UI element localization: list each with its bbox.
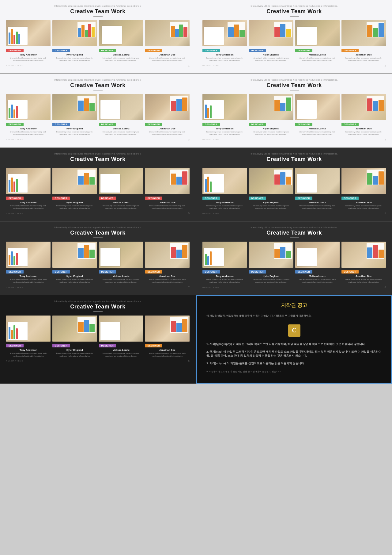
slide-6: Interactively utilize resource maximizin… — [196, 148, 392, 221]
member-photo-4 — [145, 20, 190, 46]
member-4: DESIGNER Jonathan Doe Interactively util… — [145, 20, 190, 62]
ad-section3: 3. 저작(notype) 이 파일은 폰트를 상업적으로 이용하는 것은 허용… — [206, 362, 382, 366]
slide-1-footer: NVASIA THEME 1 — [6, 64, 190, 67]
footer-brand: NVASIA THEME — [6, 65, 23, 67]
member-desc-3: Interactively utilize resource maximizin… — [99, 57, 143, 62]
slide-9: Interactively utilize resource maximizin… — [0, 295, 196, 384]
slide-2-subtitle: Interactively utilize resource maximizin… — [202, 5, 386, 7]
ad-logo-letter: C — [292, 327, 296, 334]
member-photo-1 — [6, 20, 51, 46]
member-desc-4: Interactively utilize resource maximizin… — [145, 57, 190, 62]
slide-5: Interactively utilize resource maximizin… — [0, 148, 196, 221]
main-grid: Interactively utilize resource maximizin… — [0, 0, 392, 384]
slide-8: Interactively utilize resource maximizin… — [196, 221, 392, 295]
slide-number: 1 — [188, 64, 190, 67]
member-name-4: Jonathan Doe — [145, 53, 190, 56]
ad-section2: 2. 금지(map) 이 파일은 그래픽 디자인 용도로만 제작된 파일로 소스… — [206, 350, 382, 358]
member-name-3: Melissa Loretz — [99, 53, 143, 56]
member-desc-2: Interactively utilize resource maximizin… — [52, 57, 97, 62]
member-1: DESIGNER Tony Anderson Interactively uti… — [6, 20, 51, 62]
member-desc-1: Interactively utilize resource maximizin… — [6, 57, 51, 62]
slide-4: Interactively utilize resource maximizin… — [196, 74, 392, 147]
title-underline — [93, 16, 103, 17]
member-name-1: Tony Anderson — [6, 53, 51, 56]
badge-3: DESIGNER — [99, 49, 116, 52]
slide-1-title: Creative Team Work — [6, 8, 190, 15]
ad-section1: 1. 저작(typography) 이 파일은 그래픽 목적으로만 사용 가능하… — [206, 342, 382, 346]
member-2-3: DESIGNER Melissa Loretz Interactively ut… — [295, 20, 340, 62]
ad-body1: 이 파일은 상업적, 비상업적인 활동 모두에 이용이 가능합니다. 다운로드 … — [206, 314, 382, 318]
badge-4: DESIGNER — [145, 49, 163, 52]
team-grid: DESIGNER Tony Anderson Interactively uti… — [6, 20, 190, 62]
badge-1: DESIGNER — [6, 49, 24, 52]
slide-1: Interactively utilize resource maximizin… — [0, 0, 196, 73]
member-2-1: DESIGNER Tony Anderson Interactively uti… — [202, 20, 247, 62]
member-2: DESIGNER Kyler England Interactively uti… — [52, 20, 97, 62]
member-2-2: DESIGNER Kyler England Interactively uti… — [249, 20, 293, 62]
slide-2: Interactively utilize resource maximizin… — [196, 0, 392, 73]
slide-1-subtitle: Interactively utilize resource maximizin… — [6, 5, 190, 7]
ad-title: 저작권 공고 — [206, 302, 382, 309]
badge-2-1: DESIGNER — [202, 49, 220, 52]
badge-2: DESIGNER — [52, 49, 70, 52]
member-photo-2 — [52, 20, 97, 46]
team-grid-2: DESIGNER Tony Anderson Interactively uti… — [202, 20, 386, 62]
slide-2-title: Creative Team Work — [202, 8, 386, 15]
member-2-4: DESIGNER Jonathan Doe Interactively util… — [341, 20, 386, 62]
slide-7: Interactively utilize resource maximizin… — [0, 221, 196, 295]
ad-logo: C — [288, 324, 300, 337]
ad-footer: 이 파일을 다운로드 받은 후 편집 작업 진행 중 해당 내용이 변경될 수 … — [206, 370, 382, 374]
member-3: DESIGNER Melissa Loretz Interactively ut… — [99, 20, 143, 62]
slide-3: Interactively utilize resource maximizin… — [0, 74, 196, 147]
member-photo-3 — [99, 20, 143, 46]
ad-panel: 저작권 공고 이 파일은 상업적, 비상업적인 활동 모두에 이용이 가능합니다… — [196, 295, 392, 384]
member-name-2: Kyler England — [52, 53, 97, 56]
